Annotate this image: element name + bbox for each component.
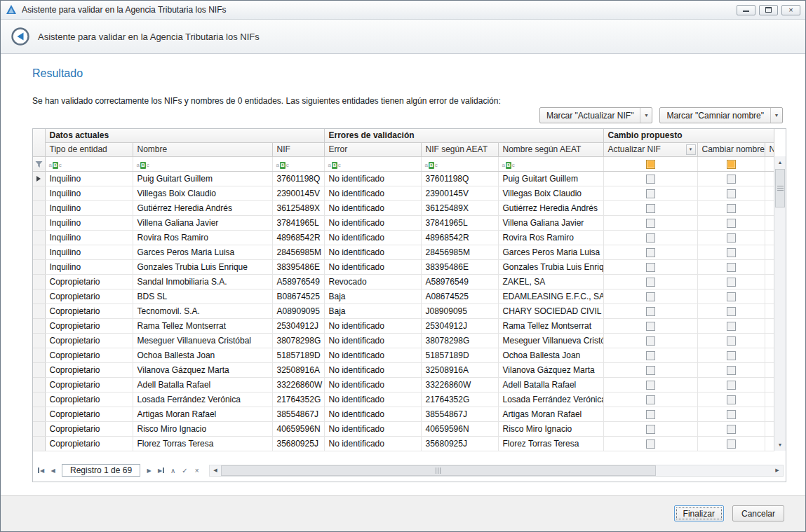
filter-cell-cambiar-nombre[interactable]: [697, 156, 765, 171]
table-row[interactable]: Inquilino Gutiérrez Heredia Andrés 36125…: [33, 200, 774, 215]
horizontal-scrollbar[interactable]: ◀ ▶: [209, 465, 784, 477]
table-row[interactable]: Inquilino Garces Peros Maria Luisa 28456…: [33, 245, 774, 259]
nav-first-button[interactable]: ◀: [36, 465, 46, 476]
actualizar-nif-checkbox[interactable]: [646, 307, 655, 316]
dropdown-arrow-icon[interactable]: ▼: [640, 108, 652, 123]
actualizar-nif-checkbox[interactable]: [646, 336, 655, 346]
nav-edit-button[interactable]: ∧: [168, 465, 178, 476]
actualizar-nif-checkbox[interactable]: [646, 322, 655, 331]
cambiar-nombre-checkbox[interactable]: [727, 307, 736, 316]
column-tipo-entidad[interactable]: Tipo de entidad: [45, 142, 133, 156]
back-icon[interactable]: [11, 27, 30, 46]
table-row[interactable]: Copropietario Rama Tellez Montserrat 253…: [33, 318, 774, 333]
band-errores-validacion[interactable]: Errores de validación: [324, 129, 603, 142]
column-nombre-segun-aeat[interactable]: Nombre según AEAT: [498, 142, 603, 156]
close-button[interactable]: ×: [781, 5, 800, 15]
column-nombre[interactable]: Nombre: [133, 142, 272, 156]
table-row[interactable]: Copropietario Risco Miro Ignacio 4065959…: [33, 421, 774, 436]
band-cambio-propuesto[interactable]: Cambio propuesto: [603, 129, 774, 142]
cambiar-nombre-checkbox[interactable]: [727, 189, 736, 198]
actualizar-nif-checkbox[interactable]: [646, 366, 655, 375]
cambiar-nombre-checkbox[interactable]: [727, 219, 736, 228]
maximize-button[interactable]: [759, 5, 778, 15]
table-row[interactable]: Inquilino Puig Guitart Guillem 37601198Q…: [33, 171, 774, 186]
actualizar-nif-checkbox[interactable]: [646, 248, 655, 257]
vertical-scrollbar-thumb[interactable]: [775, 169, 785, 207]
table-row[interactable]: Copropietario Florez Torras Teresa 35680…: [33, 436, 774, 451]
band-datos-actuales[interactable]: Datos actuales: [45, 129, 324, 142]
cambiar-nombre-checkbox[interactable]: [727, 292, 736, 301]
cambiar-nombre-checkbox[interactable]: [727, 366, 736, 375]
actualizar-nif-checkbox[interactable]: [646, 292, 655, 301]
mark-cambiar-nombre-button[interactable]: Marcar "Camniar nombre" ▼: [659, 107, 783, 123]
table-row[interactable]: Copropietario Artigas Moran Rafael 38554…: [33, 407, 774, 421]
table-row[interactable]: Copropietario Adell Batalla Rafael 33226…: [33, 377, 774, 392]
cambiar-nombre-checkbox[interactable]: [727, 410, 736, 419]
actualizar-nif-checkbox[interactable]: [646, 204, 655, 213]
column-nif[interactable]: NIF: [272, 142, 324, 156]
table-row[interactable]: Inquilino Villena Galiana Javier 3784196…: [33, 215, 774, 230]
filter-cell-nif-aeat[interactable]: aBc: [421, 156, 498, 171]
table-row[interactable]: Copropietario Ochoa Ballesta Joan 518571…: [33, 348, 774, 362]
table-row[interactable]: Copropietario Meseguer Villanueva Cristó…: [33, 333, 774, 348]
scroll-left-icon[interactable]: ◀: [210, 465, 221, 476]
table-row[interactable]: Copropietario Losada Ferrández Verónica …: [33, 392, 774, 407]
table-row[interactable]: Copropietario Vilanova Gázquez Marta 325…: [33, 362, 774, 377]
cambiar-nombre-filter-checkbox[interactable]: [727, 160, 736, 169]
actualizar-nif-checkbox[interactable]: [646, 351, 655, 360]
cambiar-nombre-checkbox[interactable]: [727, 381, 736, 390]
actualizar-nif-checkbox[interactable]: [646, 175, 655, 184]
table-row[interactable]: Copropietario Tecnomovil. S.A. A08909095…: [33, 303, 774, 318]
mark-actualizar-nif-button[interactable]: Marcar "Actualizar NIF" ▼: [539, 107, 653, 123]
cambiar-nombre-checkbox[interactable]: [727, 336, 736, 346]
cambiar-nombre-checkbox[interactable]: [727, 278, 736, 287]
cambiar-nombre-checkbox[interactable]: [727, 263, 736, 272]
actualizar-nif-checkbox[interactable]: [646, 425, 655, 434]
actualizar-nif-checkbox[interactable]: [646, 410, 655, 419]
cancelar-button[interactable]: Cancelar: [732, 505, 784, 521]
table-row[interactable]: Inquilino Villegas Boix Claudio 23900145…: [33, 186, 774, 200]
cambiar-nombre-checkbox[interactable]: [727, 233, 736, 243]
actualizar-nif-checkbox[interactable]: [646, 219, 655, 228]
column-no-truncated[interactable]: No: [765, 142, 774, 156]
table-row[interactable]: Inquilino Gonzales Trubia Luis Enrique 3…: [33, 259, 774, 274]
finalizar-button[interactable]: Finalizar: [674, 505, 724, 521]
cambiar-nombre-checkbox[interactable]: [727, 322, 736, 331]
actualizar-nif-checkbox[interactable]: [646, 381, 655, 390]
actualizar-nif-checkbox[interactable]: [646, 395, 655, 404]
actualizar-nif-checkbox[interactable]: [646, 278, 655, 287]
cambiar-nombre-checkbox[interactable]: [727, 425, 736, 434]
cambiar-nombre-checkbox[interactable]: [727, 204, 736, 213]
scroll-right-icon[interactable]: ▶: [772, 465, 783, 476]
filter-cell-actualizar-nif[interactable]: [603, 156, 697, 171]
filter-cell-error[interactable]: aBc: [324, 156, 421, 171]
nav-last-button[interactable]: ▶: [156, 465, 166, 476]
cambiar-nombre-checkbox[interactable]: [727, 395, 736, 404]
actualizar-nif-filter-checkbox[interactable]: [646, 160, 655, 169]
actualizar-nif-checkbox[interactable]: [646, 439, 655, 449]
column-error[interactable]: Error: [324, 142, 421, 156]
cambiar-nombre-checkbox[interactable]: [727, 175, 736, 184]
table-row[interactable]: Copropietario BDS SL B08674525 Baja A086…: [33, 289, 774, 303]
horizontal-scrollbar-thumb[interactable]: [221, 465, 656, 476]
dropdown-arrow-icon[interactable]: ▼: [770, 108, 782, 123]
filter-cell-nombre[interactable]: aBc: [133, 156, 272, 171]
column-cambiar-nombre[interactable]: Cambiar nombre: [697, 142, 765, 156]
column-actualizar-nif[interactable]: Actualizar NIF ▼: [603, 142, 697, 156]
nav-post-button[interactable]: ✓: [180, 465, 190, 476]
scroll-down-icon[interactable]: ▼: [774, 439, 786, 451]
actualizar-nif-checkbox[interactable]: [646, 189, 655, 198]
table-row[interactable]: Copropietario Sandal Inmobiliaria S.A. A…: [33, 274, 774, 289]
horizontal-scrollbar-track[interactable]: [221, 465, 772, 476]
column-dropdown-icon[interactable]: ▼: [686, 144, 696, 155]
cambiar-nombre-checkbox[interactable]: [727, 248, 736, 257]
filter-cell-nif[interactable]: aBc: [272, 156, 324, 171]
filter-cell-tipo[interactable]: aBc: [45, 156, 133, 171]
column-nif-segun-aeat[interactable]: NIF según AEAT: [421, 142, 498, 156]
filter-cell-no[interactable]: [765, 156, 774, 171]
table-row[interactable]: Inquilino Rovira Ros Ramiro 48968542R No…: [33, 230, 774, 245]
nav-prev-button[interactable]: ◀: [48, 465, 58, 476]
vertical-scrollbar[interactable]: ▲ ▼: [774, 156, 786, 451]
filter-cell-nombre-aeat[interactable]: aBc: [498, 156, 603, 171]
cambiar-nombre-checkbox[interactable]: [727, 439, 736, 449]
